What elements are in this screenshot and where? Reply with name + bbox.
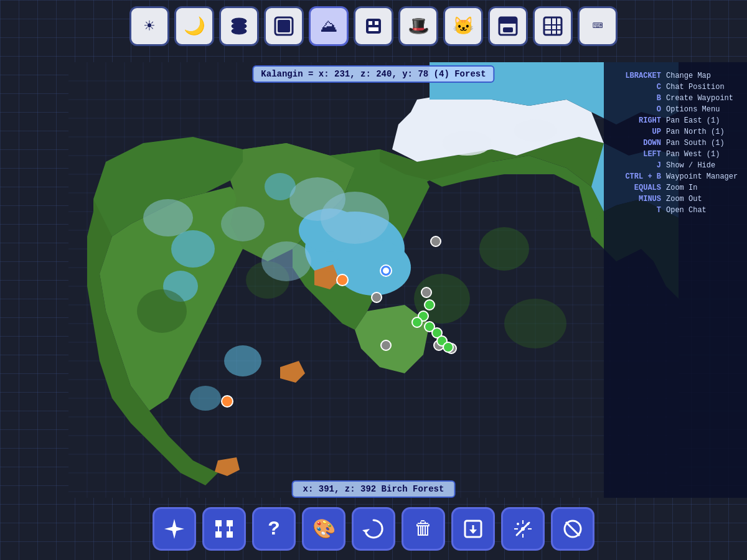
shortcut-key: T (618, 206, 661, 215)
svg-point-110 (421, 287, 431, 297)
svg-point-94 (442, 131, 492, 156)
delete-button[interactable]: 🗑 (402, 507, 445, 551)
svg-marker-135 (469, 530, 477, 534)
shortcut-key: LBRACKET (618, 72, 661, 80)
window-button[interactable] (488, 6, 528, 46)
svg-point-101 (143, 199, 193, 236)
svg-rect-129 (227, 531, 233, 538)
svg-point-105 (261, 241, 311, 281)
shortcut-desc: Show / Hide (666, 161, 741, 170)
shortcut-key: DOWN (618, 139, 661, 147)
svg-rect-6 (369, 21, 372, 25)
svg-rect-12 (544, 17, 561, 35)
shortcuts-panel: LBRACKET Change Map C Chat Position B Cr… (604, 62, 747, 498)
svg-line-145 (566, 522, 580, 536)
compass-button[interactable] (153, 507, 196, 551)
shortcut-key: C (618, 83, 661, 91)
svg-point-113 (381, 340, 391, 350)
shortcut-desc: Options Menu (666, 105, 741, 114)
shortcut-key: RIGHT (618, 116, 661, 125)
night-button[interactable]: 🌙 (174, 6, 214, 46)
svg-rect-11 (503, 27, 513, 32)
svg-point-86 (171, 230, 215, 268)
svg-rect-5 (366, 19, 381, 34)
svg-point-100 (504, 299, 566, 348)
shortcut-b: B Create Waypoint (610, 94, 741, 103)
bottom-status: x: 391, z: 392 Birch Forest (292, 480, 456, 498)
shortcut-left: LEFT Pan West (1) (610, 150, 741, 159)
shortcut-desc: Waypoint Manager (666, 172, 741, 181)
svg-rect-127 (215, 531, 222, 538)
shortcut-key: UP (618, 128, 661, 136)
shortcut-desc: Change Map (666, 72, 741, 80)
shortcut-key: LEFT (618, 150, 661, 159)
svg-point-143 (517, 523, 519, 525)
shortcut-desc: Chat Position (666, 83, 741, 91)
shortcut-t: T Open Chat (610, 206, 741, 215)
svg-point-96 (137, 289, 187, 333)
shortcut-key: B (618, 94, 661, 103)
terrain-button[interactable]: ⛰ (309, 6, 349, 46)
shortcut-desc: Pan North (1) (666, 128, 741, 136)
shortcut-right: RIGHT Pan East (1) (610, 116, 741, 125)
svg-point-122 (337, 274, 348, 286)
shortcut-desc: Open Chat (666, 206, 741, 215)
layers-button[interactable] (219, 6, 259, 46)
shortcut-c: C Chat Position (610, 83, 741, 91)
shortcut-key: MINUS (618, 195, 661, 203)
player-button[interactable]: 🎩 (398, 6, 438, 46)
svg-marker-132 (362, 529, 370, 533)
shortcut-key: EQUALS (618, 184, 661, 192)
shortcut-desc: Pan East (1) (666, 116, 741, 125)
day-button[interactable]: ☀ (129, 6, 169, 46)
mob-button[interactable] (354, 6, 393, 46)
shortcut-desc: Create Waypoint (666, 94, 741, 103)
shortcut-up: UP Pan North (1) (610, 128, 741, 136)
export-button[interactable] (451, 507, 495, 551)
svg-point-82 (336, 240, 411, 296)
refresh-button[interactable] (352, 507, 395, 551)
shortcut-key: CTRL + B (618, 172, 661, 181)
svg-point-95 (514, 119, 557, 142)
shortcut-desc: Zoom In (666, 184, 741, 192)
svg-point-109 (372, 292, 382, 302)
shortcut-j: J Show / Hide (610, 161, 741, 170)
coord-tooltip: Kalangin = x: 231, z: 240, y: 78 (4) For… (252, 65, 494, 83)
svg-point-89 (224, 345, 261, 376)
shortcut-minus: MINUS Zoom Out (610, 195, 741, 203)
svg-rect-7 (375, 21, 378, 25)
grid-button[interactable] (533, 6, 573, 46)
svg-point-142 (527, 523, 529, 525)
svg-point-2 (232, 28, 247, 34)
palette-button[interactable]: 🎨 (302, 507, 345, 551)
svg-point-141 (521, 527, 525, 531)
svg-rect-128 (227, 520, 233, 526)
shortcut-key: J (618, 161, 661, 170)
svg-rect-8 (369, 27, 378, 31)
cat-button[interactable]: 🐱 (443, 6, 483, 46)
shortcut-key: O (618, 105, 661, 114)
shortcut-ctrlb: CTRL + B Waypoint Manager (610, 172, 741, 181)
svg-rect-10 (499, 17, 517, 24)
wand-button[interactable] (501, 507, 545, 551)
top-toolbar: ☀ 🌙 ⛰ 🎩 🐱 (129, 6, 618, 46)
svg-point-102 (221, 207, 265, 241)
svg-point-121 (443, 342, 453, 352)
keyboard-button[interactable]: ⌨ (578, 6, 618, 46)
shortcut-down: DOWN Pan South (1) (610, 139, 741, 147)
disable-button[interactable] (551, 507, 594, 551)
svg-point-104 (321, 192, 389, 244)
svg-rect-126 (215, 520, 222, 526)
svg-point-117 (412, 317, 422, 327)
shortcut-lbracket: LBRACKET Change Map (610, 72, 741, 80)
svg-marker-125 (164, 526, 184, 531)
stack-button[interactable] (264, 6, 304, 46)
svg-point-114 (431, 236, 441, 246)
bottom-toolbar: ? 🎨 🗑 (153, 507, 594, 551)
shortcut-equals: EQUALS Zoom In (610, 184, 741, 192)
svg-point-108 (383, 268, 389, 274)
filter-button[interactable] (202, 507, 246, 551)
help-button[interactable]: ? (252, 507, 296, 551)
svg-rect-4 (278, 20, 290, 32)
svg-point-90 (190, 386, 221, 411)
